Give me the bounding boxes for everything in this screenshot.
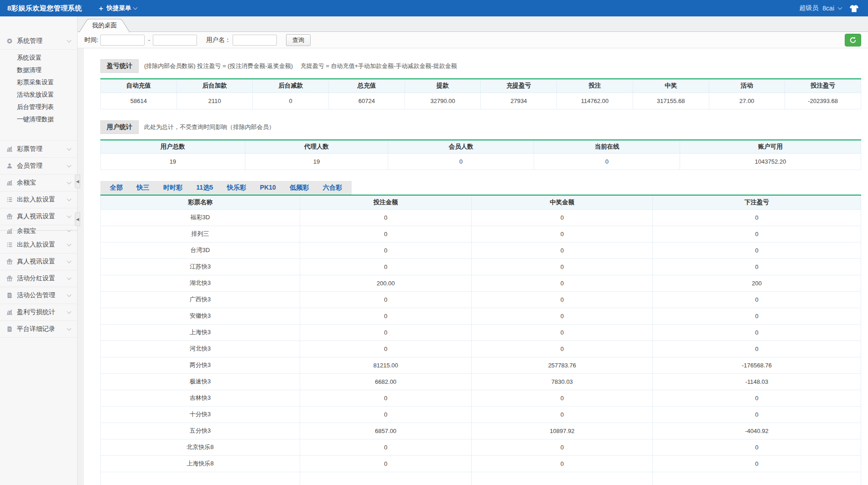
sidebar-item-live-video-settings-2[interactable]: 真人视讯设置 [0, 253, 77, 270]
value-cell: 0 [300, 390, 472, 406]
value-cell: 0 [653, 242, 861, 258]
value-cell: 0 [534, 154, 680, 170]
header-cell: 彩票名称 [101, 195, 300, 209]
sidebar-item-data-cleanup[interactable]: 数据清理 [0, 64, 77, 76]
header-cell: 活动 [709, 79, 785, 93]
sidebar-item-lottery-collect-settings[interactable]: 彩票采集设置 [0, 76, 77, 88]
tab-shishicai[interactable]: 时时彩 [157, 181, 188, 195]
user-icon [6, 162, 13, 170]
sidebar-item-activity-grant-settings[interactable]: 活动发放设置 [0, 88, 77, 101]
sidebar-item-system-management[interactable]: 系统管理 [0, 33, 77, 50]
value-cell: 0 [472, 291, 653, 308]
value-cell: 0 [653, 291, 861, 308]
search-button[interactable]: 查询 [286, 34, 311, 46]
sidebar-item-yuebao-duplicate[interactable]: 余额宝 [0, 225, 77, 237]
tab-pk10[interactable]: PK10 [254, 181, 282, 194]
sidebar-submenu-system: 系统设置 数据清理 彩票采集设置 活动发放设置 后台管理列表 一键清理数据 [0, 50, 77, 141]
header-cell: 提款 [405, 79, 481, 93]
value-cell: 0 [653, 455, 861, 472]
sidebar-item-payment-settings[interactable]: 出款入款设置 [0, 191, 77, 208]
sidebar-item-activity-announcement[interactable]: 活动公告管理 [0, 287, 77, 304]
gift-icon [6, 258, 13, 265]
value-cell: 0 [388, 154, 534, 170]
value-cell: -202393.68 [785, 93, 861, 109]
chart-icon [6, 227, 13, 235]
chevron-down-icon [67, 228, 72, 232]
sidebar-item-yuebao[interactable]: 余额宝 [0, 175, 77, 191]
sidebar-item-payment-settings-2[interactable]: 出款入款设置 [0, 237, 77, 253]
tab-kuailecai[interactable]: 快乐彩 [221, 181, 252, 195]
header-cell: 自动充值 [101, 79, 177, 93]
tab-kuaisan[interactable]: 快三 [130, 181, 155, 195]
username-label: 用户名： [206, 36, 231, 44]
value-cell: 0 [472, 275, 653, 291]
value-cell: 0 [653, 226, 861, 242]
table-row: 上海快乐8000 [101, 455, 861, 472]
sidebar-item-admin-list[interactable]: 后台管理列表 [0, 101, 77, 113]
value-cell: 6857.00 [300, 423, 472, 439]
value-cell: 58614 [101, 93, 177, 109]
tab-my-desktop[interactable]: 我的桌面 [79, 19, 130, 32]
tab-all[interactable]: 全部 [104, 181, 129, 195]
username-menu[interactable]: 8cai [822, 5, 834, 12]
value-cell: 0 [300, 455, 472, 472]
value-cell: 0 [300, 324, 472, 341]
chevron-down-icon [67, 309, 72, 314]
value-cell: 27934 [481, 93, 557, 109]
value-cell: 0 [253, 93, 329, 109]
dashboard-page: 盈亏统计 (排除内部会员数据) 投注盈亏 = (投注消费金额-返奖金额) 充提盈… [78, 48, 868, 485]
time-end-input[interactable] [153, 35, 197, 46]
header-cell: 充提盈亏 [481, 79, 557, 93]
chart-icon [6, 179, 13, 186]
username-input[interactable] [233, 35, 277, 46]
row-label-cell: 五分快3 [101, 423, 300, 439]
sidebar-collapse-handle[interactable]: ◀ [75, 175, 80, 188]
value-cell: 1043752.20 [680, 154, 861, 170]
table-row: 五分快36857.0010897.92-4040.92 [101, 423, 861, 439]
refresh-icon [849, 36, 857, 44]
theme-shirt-icon[interactable] [849, 5, 859, 12]
value-cell: 0 [300, 242, 472, 258]
chevron-down-icon [67, 275, 72, 280]
profit-stats-table: 自动充值后台加款后台减款总充值提款充提盈亏投注中奖活动投注盈亏 58614211… [100, 78, 861, 109]
value-cell: 6682.00 [300, 373, 472, 390]
value-cell: 0 [472, 439, 653, 455]
table-row: 台湾3D000 [101, 242, 861, 258]
value-cell: 0 [472, 308, 653, 324]
time-start-input[interactable] [100, 35, 145, 46]
quick-menu-button[interactable]: ＋ 快捷菜单 [98, 4, 137, 13]
table-row: 十分快3000 [101, 406, 861, 423]
table-row: 极速快36682.007830.03-1148.03 [101, 373, 861, 390]
app-title: 8彩娱乐欢迎您管理系统 [7, 4, 82, 13]
sidebar-item-member-management[interactable]: 会员管理 [0, 158, 77, 175]
value-cell: 19 [101, 154, 245, 170]
value-cell: 81215.00 [300, 357, 472, 373]
sidebar-item-activity-dividend-settings[interactable]: 活动分红设置 [0, 270, 77, 287]
tab-11xuan5[interactable]: 11选5 [190, 181, 219, 195]
user-stats-table: 用户总数代理人数会员人数当前在线账户可用 1919001043752.20 [100, 139, 861, 170]
refresh-button[interactable] [845, 34, 861, 46]
chart-icon [6, 309, 13, 316]
tab-liuhecai[interactable]: 六合彩 [317, 181, 348, 195]
value-cell: 114762.00 [557, 93, 633, 109]
value-cell: 0 [472, 406, 653, 423]
value-cell: 0 [472, 242, 653, 258]
header-cell: 中奖金额 [472, 195, 653, 209]
tab-dipincai[interactable]: 低频彩 [284, 181, 315, 195]
time-label: 时间: [84, 36, 99, 44]
chart-icon [6, 145, 13, 153]
sidebar-collapse-handle[interactable]: ◀ [75, 212, 80, 226]
sidebar-item-one-key-cleanup[interactable]: 一键清理数据 [0, 113, 77, 125]
header-cell: 用户总数 [101, 140, 245, 154]
row-label-cell: 安徽快3 [101, 308, 300, 324]
sidebar-item-profit-loss-stats[interactable]: 盈利亏损统计 [0, 304, 77, 321]
lottery-header-row: 彩票名称投注金额中奖金额下注盈亏 [101, 195, 861, 209]
table-row: 福彩3D000 [101, 209, 861, 226]
sidebar-item-lottery-management[interactable]: 彩票管理 [0, 141, 77, 158]
sidebar-item-system-settings[interactable]: 系统设置 [0, 52, 77, 64]
value-cell: 0 [653, 390, 861, 406]
value-cell: 0 [300, 406, 472, 423]
chevron-down-icon[interactable] [838, 5, 842, 10]
sidebar-item-platform-records[interactable]: 平台详细记录 [0, 321, 77, 338]
sidebar-item-live-video-settings[interactable]: 真人视讯设置 [0, 208, 77, 225]
